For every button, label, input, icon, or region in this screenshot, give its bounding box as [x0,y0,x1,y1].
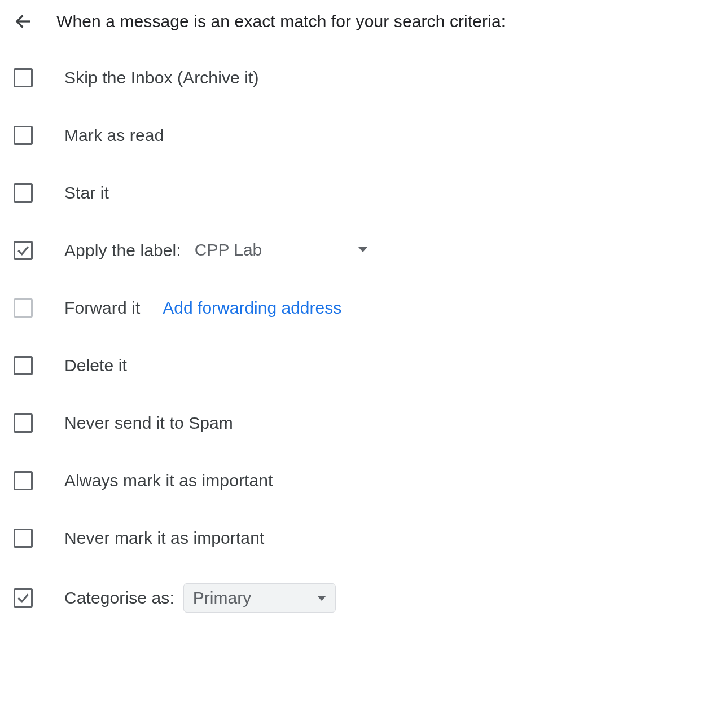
label-delete: Delete it [64,356,127,375]
category-dropdown-value: Primary [193,588,251,608]
checkbox-apply-label[interactable] [14,241,33,260]
add-forwarding-address-link[interactable]: Add forwarding address [163,298,341,318]
page-title: When a message is an exact match for you… [56,12,506,31]
label-apply-label: Apply the label: [64,241,181,260]
chevron-down-icon [358,247,367,252]
label-mark-read: Mark as read [64,126,164,145]
label-forward: Forward it [64,298,140,318]
label-never-important: Never mark it as important [64,529,264,548]
filter-header: When a message is an exact match for you… [14,11,714,32]
option-delete: Delete it [14,353,714,378]
label-star: Star it [64,183,109,203]
label-always-important: Always mark it as important [64,471,273,490]
label-categorise: Categorise as: [64,588,174,608]
checkbox-always-important[interactable] [14,471,33,490]
back-arrow-icon[interactable] [14,11,34,32]
option-mark-read: Mark as read [14,123,714,148]
option-star: Star it [14,181,714,205]
checkbox-mark-read[interactable] [14,126,33,145]
option-always-important: Always mark it as important [14,468,714,493]
label-dropdown[interactable]: CPP Lab [190,239,371,262]
option-forward: Forward it Add forwarding address [14,296,714,320]
option-categorise: Categorise as: Primary [14,583,714,613]
option-skip-inbox: Skip the Inbox (Archive it) [14,65,714,90]
checkbox-star[interactable] [14,183,33,203]
label-never-spam: Never send it to Spam [64,413,233,433]
checkbox-never-spam[interactable] [14,413,33,433]
label-dropdown-value: CPP Lab [195,240,262,259]
option-never-spam: Never send it to Spam [14,411,714,435]
option-apply-label: Apply the label: CPP Lab [14,238,714,263]
checkbox-categorise[interactable] [14,588,33,608]
option-never-important: Never mark it as important [14,526,714,551]
checkbox-never-important[interactable] [14,529,33,548]
label-skip-inbox: Skip the Inbox (Archive it) [64,68,259,87]
checkbox-skip-inbox[interactable] [14,68,33,87]
chevron-down-icon [317,596,326,601]
category-dropdown[interactable]: Primary [183,583,336,613]
checkbox-delete[interactable] [14,356,33,375]
checkbox-forward[interactable] [14,298,33,318]
